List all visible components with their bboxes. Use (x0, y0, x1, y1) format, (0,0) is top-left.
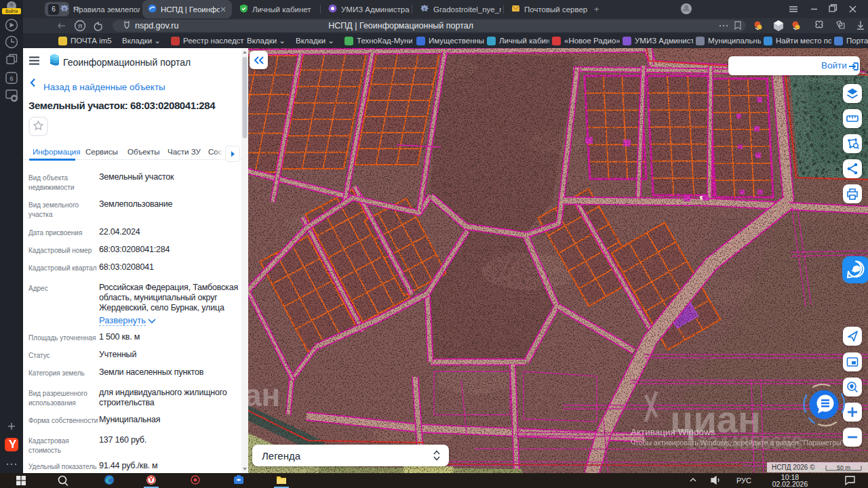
svg-text:РУС: РУС (736, 476, 751, 485)
svg-text:nspd.gov.ru: nspd.gov.ru (135, 21, 178, 30)
svg-text:02.02.2026: 02.02.2026 (772, 480, 808, 488)
svg-text:Чтобы активировать Windows, пе: Чтобы активировать Windows, перейдите в … (631, 439, 846, 447)
svg-text:НСПД | Геоинформационный порта: НСПД | Геоинформационный портал (328, 21, 473, 30)
svg-text:Активация Windows: Активация Windows (631, 427, 715, 437)
svg-text:50 m: 50 m (837, 464, 850, 471)
svg-text:6: 6 (9, 75, 13, 82)
svg-text:ан: ан (248, 378, 280, 413)
svg-text:Я: Я (78, 23, 83, 30)
svg-text:Войти: Войти (5, 9, 18, 14)
